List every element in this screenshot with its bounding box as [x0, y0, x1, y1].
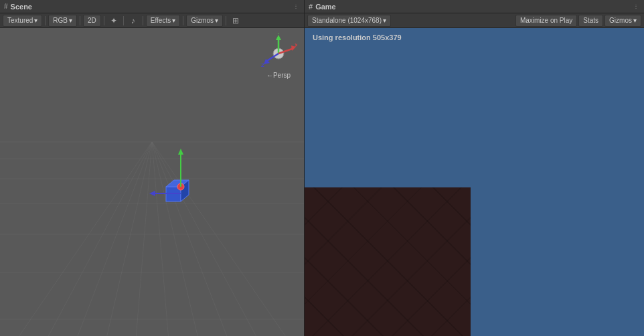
svg-text:X: X	[295, 42, 297, 48]
sep1	[45, 16, 46, 25]
audio-icon-button[interactable]: ♪	[127, 15, 140, 27]
game-panel-expand[interactable]: ⋮	[632, 3, 640, 11]
persp-label: ←Persp	[266, 72, 291, 79]
scene-panel-expand[interactable]: ⋮	[292, 3, 300, 11]
svg-marker-35	[149, 191, 155, 196]
layers-icon: ⊞	[232, 16, 239, 25]
textured-dropdown[interactable]: Textured ▾	[3, 15, 42, 27]
sep2	[80, 16, 80, 25]
textured-label: Textured	[7, 17, 33, 24]
game-panel-title: Game	[315, 3, 336, 11]
standalone-arrow: ▾	[383, 17, 386, 24]
effects-dropdown[interactable]: Effects ▾	[146, 15, 180, 27]
sun-icon: ✦	[110, 16, 117, 25]
gizmos-arrow: ▾	[215, 17, 218, 24]
gizmo-widget: Y X Z ←Persp	[258, 33, 299, 80]
scene-titlebar: # Scene ⋮	[0, 0, 304, 13]
game-hash-icon: #	[309, 3, 313, 11]
sun-icon-button[interactable]: ✦	[107, 15, 120, 27]
maximize-label: Maximize on Play	[520, 17, 572, 24]
game-gizmos-label: Gizmos	[609, 17, 632, 24]
standalone-label: Standalone (1024x768)	[312, 17, 382, 24]
2d-button[interactable]: 2D	[83, 15, 101, 27]
gizmos-dropdown[interactable]: Gizmos ▾	[186, 15, 223, 27]
textured-arrow: ▾	[34, 17, 37, 24]
main-area: # Scene ⋮ Textured ▾ RGB ▾ 2D ✦	[0, 0, 644, 336]
maximize-on-play-button[interactable]: Maximize on Play	[515, 15, 577, 27]
transform-gizmo	[146, 145, 199, 212]
game-panel: # Game ⋮ Standalone (1024x768) ▾ Maximiz…	[305, 0, 644, 336]
stats-label: Stats	[583, 17, 598, 24]
sep5	[143, 16, 143, 25]
2d-label: 2D	[88, 17, 96, 24]
scene-panel: # Scene ⋮ Textured ▾ RGB ▾ 2D ✦	[0, 0, 305, 336]
game-titlebar: # Game ⋮	[305, 0, 644, 13]
sep3	[104, 16, 104, 25]
gizmo-axes-svg: Y X Z	[260, 33, 297, 70]
game-floor-texture	[305, 187, 471, 336]
gizmos-label: Gizmos	[191, 17, 214, 24]
sep4	[123, 16, 124, 25]
svg-marker-20	[276, 35, 281, 40]
resolution-label: Using resolution 505x379	[309, 31, 406, 44]
standalone-dropdown[interactable]: Standalone (1024x768) ▾	[307, 15, 391, 27]
rgb-label: RGB	[53, 17, 68, 24]
rgb-dropdown[interactable]: RGB ▾	[48, 15, 77, 27]
scene-hash-icon: #	[4, 3, 8, 10]
rgb-arrow: ▾	[69, 17, 72, 24]
game-gizmos-dropdown[interactable]: Gizmos ▾	[605, 15, 641, 27]
effects-arrow: ▾	[172, 17, 175, 24]
scene-panel-title: Scene	[11, 3, 32, 11]
stats-button[interactable]: Stats	[578, 15, 603, 27]
svg-text:Z: Z	[261, 62, 264, 68]
sep7	[226, 16, 226, 25]
game-floor	[305, 187, 471, 336]
scene-titlebar-controls: ⋮	[292, 3, 300, 11]
effects-label: Effects	[151, 17, 171, 24]
game-titlebar-controls: ⋮	[632, 3, 640, 11]
sep6	[183, 16, 183, 25]
svg-marker-33	[178, 149, 183, 155]
audio-icon: ♪	[131, 16, 135, 25]
game-viewport[interactable]: Using resolution 505x379	[305, 28, 644, 336]
layers-icon-button[interactable]: ⊞	[229, 15, 242, 27]
transform-gizmo-svg	[146, 145, 213, 219]
game-toolbar: Standalone (1024x768) ▾ Maximize on Play…	[305, 13, 644, 28]
scene-viewport[interactable]: Y X Z ←Persp	[0, 28, 304, 336]
scene-toolbar: Textured ▾ RGB ▾ 2D ✦ ♪ Effects	[0, 13, 304, 28]
svg-text:Y: Y	[276, 33, 280, 35]
game-gizmos-arrow: ▾	[633, 17, 637, 24]
